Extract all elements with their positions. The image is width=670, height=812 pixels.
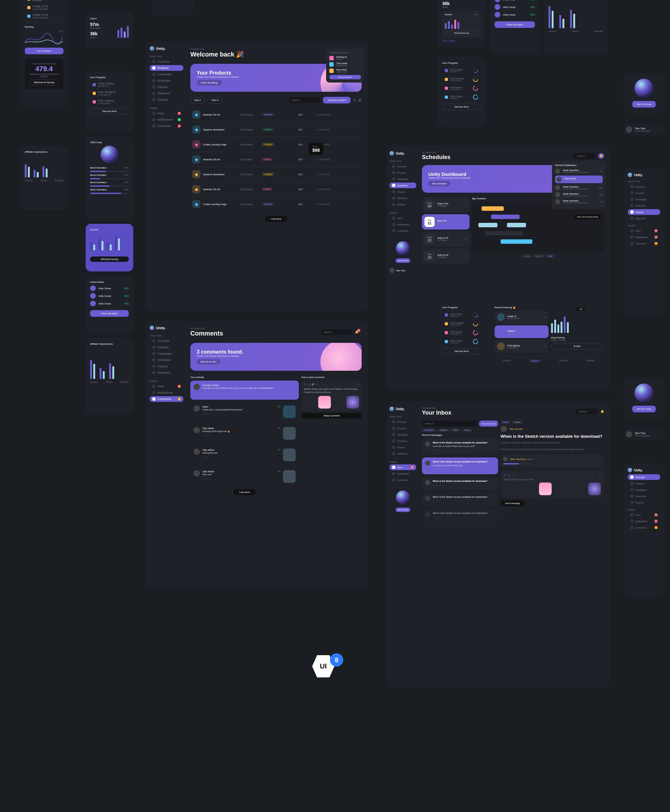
nav-payouts[interactable]: Payouts bbox=[389, 189, 416, 195]
nav-notifications[interactable]: Notifications bbox=[150, 390, 183, 395]
nav-item[interactable]: Schedules bbox=[628, 493, 660, 499]
reply-icon[interactable]: ↩ bbox=[206, 478, 208, 480]
nav-notifications[interactable]: Notifications bbox=[389, 222, 416, 227]
sale-row[interactable]: Unity Comps+$35 bbox=[494, 12, 535, 17]
progress-item[interactable]: Folio AgencyUI Design Kit bbox=[90, 98, 129, 106]
nav-item[interactable]: Schedules bbox=[628, 203, 660, 209]
like-icon[interactable]: ♡ bbox=[433, 517, 435, 519]
nav-payouts[interactable]: Payouts bbox=[150, 84, 183, 90]
sale-row[interactable]: Unity Comps+$35 bbox=[494, 4, 535, 10]
nav-campaigns[interactable]: Campaigns bbox=[150, 351, 183, 356]
search-row[interactable]: This monthStatements bbox=[329, 62, 361, 67]
new-earning-button[interactable]: ☰ New bbox=[551, 343, 603, 349]
link-icon[interactable]: 🔗 bbox=[311, 383, 315, 386]
load-more-button-2[interactable]: Load More bbox=[233, 489, 255, 495]
sale-row[interactable]: Unity Comps+$35 bbox=[90, 293, 129, 299]
nav-comments[interactable]: Comments bbox=[389, 477, 416, 483]
get-pro-button[interactable]: Get Pro Now bbox=[632, 101, 656, 108]
more-icon[interactable]: ⋯ bbox=[209, 434, 211, 437]
earning-item[interactable]: Folio AgencyUI Design Kit▸ bbox=[494, 340, 548, 353]
timeline-tab[interactable]: Small bbox=[522, 254, 532, 258]
user-footer[interactable]: Tam Tran bbox=[389, 268, 416, 273]
emoji-icon[interactable]: ☺ bbox=[511, 474, 514, 476]
gantt-bar[interactable] bbox=[501, 239, 532, 244]
earning-tab[interactable]: Trending bbox=[586, 359, 594, 363]
filter-price[interactable]: Price ▾ bbox=[208, 97, 223, 103]
more-icon[interactable]: ⋯ bbox=[439, 449, 441, 452]
progress-item[interactable]: Unity CompsNew 3D Kit bbox=[442, 93, 481, 101]
nav-item[interactable]: Products bbox=[628, 190, 660, 196]
mobile-list-item[interactable]: Collab UI KitCoded Template bbox=[25, 12, 63, 20]
inbox-search[interactable] bbox=[422, 420, 477, 427]
nav-statement[interactable]: Statement bbox=[389, 451, 416, 456]
nav-overview[interactable]: Overview bbox=[389, 419, 416, 425]
emoji-icon[interactable]: ☺ bbox=[316, 383, 318, 386]
nav-item[interactable]: Comments7 bbox=[628, 525, 660, 531]
nav-inbox[interactable]: Inbox4 bbox=[150, 110, 183, 116]
earning-tab[interactable]: Earning bbox=[503, 359, 511, 363]
nav-payouts[interactable]: Payouts bbox=[389, 444, 416, 450]
go-premium-button[interactable]: Go Premium bbox=[25, 47, 63, 54]
nav-item[interactable]: Campaigns bbox=[628, 197, 660, 202]
nav-notifications[interactable]: Notifications bbox=[389, 471, 416, 476]
sale-row[interactable]: Unity Comps+$35 bbox=[90, 285, 129, 291]
nav-overview[interactable]: Overview bbox=[150, 338, 183, 344]
nav-item[interactable]: Payouts bbox=[628, 209, 660, 215]
nav-comments[interactable]: Comments18 bbox=[150, 396, 183, 402]
earning-tab[interactable]: Declined bbox=[559, 359, 568, 363]
mobile-list-item[interactable]: Collab UI KitCoded Template bbox=[25, 3, 63, 12]
product-row[interactable]: ◆ Sapiens Illustration 32 in stock ● Gre… bbox=[190, 122, 362, 137]
earning-item[interactable]: Collab UIDesign System▸ bbox=[494, 311, 548, 324]
reply-icon[interactable]: ↩ bbox=[206, 434, 208, 437]
more-icon[interactable]: ⋯ bbox=[209, 478, 211, 480]
show-all-report-button[interactable]: Show all report bbox=[90, 310, 129, 317]
schedule-tile[interactable]: Wed22Unity UI KitUI Design▸ bbox=[422, 231, 470, 247]
nav-schedules[interactable]: Schedules bbox=[150, 78, 183, 83]
bold-icon[interactable]: B bbox=[304, 383, 306, 386]
like-icon[interactable]: ♡ bbox=[433, 500, 435, 503]
more-icon[interactable]: ⋯ bbox=[439, 517, 441, 519]
progress-item[interactable]: Folio DesignerUI Design Kit bbox=[442, 320, 481, 328]
attachment-thumb[interactable] bbox=[539, 483, 552, 495]
inbox-chip[interactable]: Your Inbox bbox=[422, 429, 436, 432]
nav-item[interactable]: Campaigns bbox=[628, 487, 660, 493]
nav-inbox[interactable]: Inbox4 bbox=[150, 383, 183, 389]
get-pro-button[interactable]: Get Pro Now bbox=[396, 258, 410, 263]
like-icon[interactable]: ♡ bbox=[202, 413, 204, 415]
nav-products[interactable]: Products bbox=[389, 425, 416, 431]
progress-item[interactable]: Folio DesignerUI Design Kit bbox=[442, 75, 481, 83]
check-settings-button[interactable]: Check all settings bbox=[197, 80, 222, 85]
nav-item[interactable]: Inbox4 bbox=[628, 512, 660, 518]
discover-more-button[interactable]: Discover More bbox=[90, 108, 129, 114]
attachment-thumb[interactable] bbox=[318, 396, 331, 409]
product-row[interactable]: ◆ Sapiens Illustration 32 in stock ● Yel… bbox=[190, 167, 362, 181]
nav-schedules[interactable]: Schedules bbox=[389, 183, 416, 188]
product-row[interactable]: ◆ Collab Landing Page 12 in stock ● Purp… bbox=[190, 197, 362, 212]
reply-icon[interactable]: ↩ bbox=[206, 456, 208, 459]
bell-icon[interactable]: 🔔 bbox=[601, 410, 604, 413]
more-icon[interactable]: ⋯ bbox=[439, 500, 441, 503]
close-icon[interactable]: ✕ bbox=[357, 383, 359, 386]
timeline-tab[interactable]: Medium bbox=[533, 254, 545, 258]
like-icon[interactable]: ♡ bbox=[433, 449, 435, 452]
nav-item[interactable]: Notifications2 bbox=[628, 234, 660, 240]
underline-icon[interactable]: U bbox=[309, 383, 310, 386]
advance-search-button-2[interactable]: Advance Search bbox=[323, 97, 350, 103]
inbox-chip[interactable]: Done bbox=[451, 429, 460, 432]
notification-row[interactable]: Sarah SaundersCommented on Collab Design… bbox=[555, 169, 603, 174]
bell-icon[interactable]: 🔔 bbox=[598, 153, 604, 159]
product-row[interactable]: ◆ Abstract 3D Kit 32 in stock ● Pink $45… bbox=[190, 181, 362, 197]
progress-item[interactable]: Unity CompsNew 3D Kit bbox=[442, 311, 481, 319]
go-setting-link[interactable]: Go to setting bbox=[442, 40, 481, 42]
nav-item[interactable]: Overview bbox=[628, 184, 660, 190]
inbox-chip[interactable]: Saved bbox=[462, 429, 472, 432]
withdraw-button[interactable]: Withdraw All Earning bbox=[30, 80, 59, 85]
get-pro-button[interactable]: Get Pro Now bbox=[632, 406, 656, 412]
more-icon[interactable]: ⋯ bbox=[439, 485, 441, 487]
schedule-tile[interactable]: Tue21Bento 3DIllustration▸ bbox=[422, 214, 470, 229]
notification-row[interactable]: Sarah SaundersCommented on Collab Design… bbox=[555, 192, 603, 197]
timeline-tab[interactable]: Big bbox=[546, 254, 554, 258]
more-icon[interactable]: ⋯ bbox=[601, 420, 604, 424]
filter-icon[interactable]: ⚗ bbox=[353, 99, 355, 102]
send-message-button[interactable]: Send message bbox=[501, 500, 524, 506]
